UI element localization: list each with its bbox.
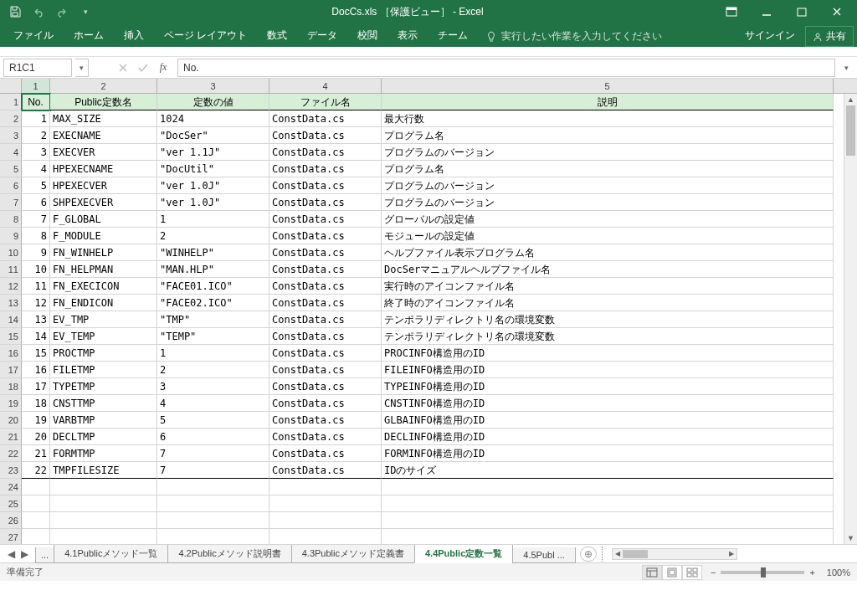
ribbon-tab[interactable]: ホーム [64, 24, 114, 47]
ribbon-tab[interactable]: 表示 [387, 24, 428, 47]
cell[interactable]: 7 [157, 445, 269, 462]
cell[interactable]: FN_WINHELP [50, 244, 157, 261]
column-header[interactable]: 2 [50, 79, 157, 93]
horizontal-scroll-thumb[interactable] [623, 550, 648, 558]
cell[interactable] [157, 495, 269, 512]
formula-expand-icon[interactable]: ▾ [839, 59, 854, 77]
cell[interactable]: ヘルプファイル表示プログラム名 [382, 244, 834, 261]
cell[interactable]: ConstData.cs [269, 144, 382, 161]
cell[interactable]: EV_TEMP [50, 328, 157, 345]
cell[interactable]: 18 [22, 395, 50, 412]
row-header[interactable]: 8 [0, 211, 22, 228]
cell[interactable]: 3 [157, 378, 269, 395]
sheet-tab-ellipsis[interactable]: ... [35, 547, 54, 563]
ribbon-tab[interactable]: ファイル [3, 24, 64, 47]
row-header[interactable]: 2 [0, 110, 22, 127]
cell[interactable]: 2 [22, 127, 50, 144]
row-header[interactable]: 25 [0, 495, 22, 512]
cell[interactable] [269, 479, 382, 495]
minimize-button[interactable] [750, 2, 783, 22]
cell[interactable]: "ver 1.0J" [157, 194, 269, 211]
cell[interactable]: 10 [22, 261, 50, 278]
new-sheet-button[interactable]: ⊕ [580, 547, 597, 562]
cell[interactable]: ConstData.cs [269, 127, 382, 144]
cell[interactable]: DECLTMP [50, 429, 157, 445]
row-header[interactable]: 21 [0, 429, 22, 445]
page-break-view-button[interactable] [682, 565, 702, 580]
cell[interactable] [22, 495, 50, 512]
cell[interactable]: TMPFILESIZE [50, 462, 157, 479]
cell[interactable]: プログラムのバージョン [382, 177, 834, 194]
cell[interactable]: F_MODULE [50, 228, 157, 244]
row-header[interactable]: 20 [0, 412, 22, 429]
qat-customize-icon[interactable]: ▾ [75, 2, 95, 22]
row-header[interactable]: 6 [0, 177, 22, 194]
cell[interactable]: 7 [22, 211, 50, 228]
formula-input[interactable]: No. [177, 59, 835, 77]
cell[interactable]: TYPETMP [50, 378, 157, 395]
cell[interactable]: EV_TMP [50, 311, 157, 328]
zoom-percent[interactable]: 100% [827, 567, 850, 578]
tab-nav-next-icon[interactable]: ▶ [18, 548, 30, 560]
sheet-tab[interactable]: 4.4Public定数一覧 [414, 545, 513, 563]
column-header[interactable]: 4 [269, 79, 382, 93]
normal-view-button[interactable] [642, 565, 662, 580]
row-header[interactable]: 3 [0, 127, 22, 144]
insert-function-button[interactable]: fx [154, 59, 172, 76]
cell[interactable]: ConstData.cs [269, 278, 382, 295]
cell[interactable]: 4 [22, 161, 50, 177]
cell[interactable]: 17 [22, 378, 50, 395]
row-header[interactable]: 22 [0, 445, 22, 462]
cell[interactable]: 終了時のアイコンファイル名 [382, 295, 834, 311]
cell[interactable]: "TMP" [157, 311, 269, 328]
cell[interactable]: DECLINFO構造用のID [382, 429, 834, 445]
page-layout-view-button[interactable] [662, 565, 682, 580]
cell[interactable]: FN_EXECICON [50, 278, 157, 295]
tab-split-handle[interactable] [602, 547, 607, 562]
cell[interactable] [50, 479, 157, 495]
cell[interactable]: SHPEXECVER [50, 194, 157, 211]
cell[interactable]: 6 [157, 429, 269, 445]
cell[interactable]: ConstData.cs [269, 412, 382, 429]
cell[interactable]: 1 [157, 345, 269, 362]
cell[interactable] [269, 529, 382, 544]
ribbon-tab[interactable]: 数式 [257, 24, 297, 47]
cell[interactable]: 21 [22, 445, 50, 462]
cell[interactable]: 20 [22, 429, 50, 445]
cell[interactable]: "TEMP" [157, 328, 269, 345]
cell[interactable]: ConstData.cs [269, 395, 382, 412]
cell[interactable] [157, 512, 269, 529]
cell[interactable]: テンポラリディレクトリ名の環境変数 [382, 311, 834, 328]
cell[interactable]: プログラム名 [382, 161, 834, 177]
row-header[interactable]: 7 [0, 194, 22, 211]
cell[interactable] [382, 479, 834, 495]
row-header[interactable]: 4 [0, 144, 22, 161]
cell[interactable]: 1 [22, 110, 50, 127]
cell[interactable] [157, 529, 269, 544]
column-header[interactable]: 3 [157, 79, 269, 93]
row-header[interactable]: 5 [0, 161, 22, 177]
cell[interactable]: 16 [22, 362, 50, 378]
cell[interactable]: FILETMP [50, 362, 157, 378]
name-box-dropdown[interactable]: ▾ [75, 59, 89, 77]
row-header[interactable]: 11 [0, 261, 22, 278]
row-header[interactable]: 12 [0, 278, 22, 295]
vertical-scroll-thumb[interactable] [846, 105, 855, 156]
cell[interactable]: CNSTTMP [50, 395, 157, 412]
cell[interactable]: 3 [22, 144, 50, 161]
cell[interactable] [157, 479, 269, 495]
cell[interactable]: PROCTMP [50, 345, 157, 362]
undo-button[interactable] [28, 2, 49, 22]
cell[interactable]: DocSerマニュアルヘルプファイル名 [382, 261, 834, 278]
cell[interactable]: プログラム名 [382, 127, 834, 144]
cell[interactable]: HPEXECNAME [50, 161, 157, 177]
cell[interactable]: モジュールの設定値 [382, 228, 834, 244]
cell[interactable]: FN_HELPMAN [50, 261, 157, 278]
cell[interactable] [269, 495, 382, 512]
scroll-up-icon[interactable]: ▲ [844, 94, 857, 105]
cell[interactable]: GLBAINFO構造用のID [382, 412, 834, 429]
cell[interactable]: "DocSer" [157, 127, 269, 144]
cell[interactable]: "DocUtil" [157, 161, 269, 177]
sign-in-link[interactable]: サインイン [735, 24, 805, 47]
cell[interactable]: ConstData.cs [269, 295, 382, 311]
